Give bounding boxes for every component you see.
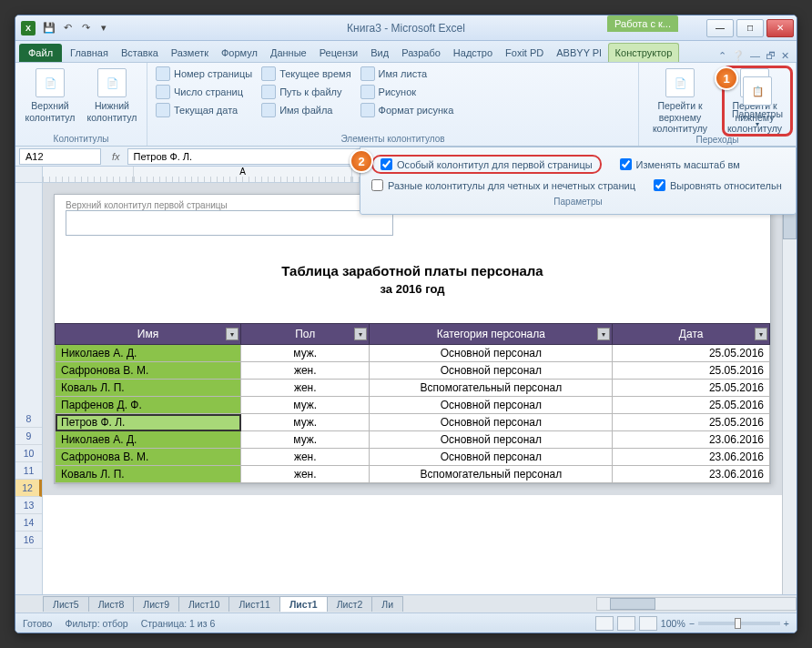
cell-category[interactable]: Вспомогательный персонал <box>370 380 613 397</box>
column-header[interactable]: Категория персонала▾ <box>370 324 613 345</box>
file-name-button[interactable]: Имя файла <box>259 102 353 118</box>
cell-sex[interactable]: муж. <box>241 397 370 414</box>
sheet-tab[interactable]: Лист5 <box>43 596 89 612</box>
cell-sex[interactable]: жен. <box>241 380 370 397</box>
workbook-close-icon[interactable]: ✕ <box>781 50 789 62</box>
filter-button-icon[interactable]: ▾ <box>226 328 239 340</box>
row-number[interactable]: 11 <box>15 462 42 480</box>
row-number[interactable]: 14 <box>15 514 42 532</box>
col-header-a[interactable]: A <box>134 167 352 182</box>
filter-button-icon[interactable]: ▾ <box>354 328 367 340</box>
filter-button-icon[interactable]: ▾ <box>755 328 767 340</box>
sheet-name-button[interactable]: Имя листа <box>358 66 457 82</box>
first-page-checkbox[interactable] <box>381 158 392 170</box>
zoom-thumb[interactable] <box>735 618 741 629</box>
table-row[interactable]: Коваль Л. П.жен.Вспомогательный персонал… <box>56 466 770 483</box>
cell-name[interactable]: Коваль Л. П. <box>56 380 241 397</box>
cell-name[interactable]: Парфенов Д. Ф. <box>56 397 241 414</box>
column-header[interactable]: Пол▾ <box>241 324 370 345</box>
cell-name[interactable]: Сафронова В. М. <box>56 362 241 380</box>
cell-date[interactable]: 23.06.2016 <box>613 431 770 449</box>
current-date-button[interactable]: Текущая дата <box>153 102 255 118</box>
sheet-tab[interactable]: Лист9 <box>133 596 179 612</box>
sheet-tab[interactable]: Лист8 <box>88 596 135 612</box>
tab-data[interactable]: Данные <box>264 44 313 62</box>
cell-category[interactable]: Основной персонал <box>370 345 613 362</box>
workbook-minimize-icon[interactable]: — <box>750 50 760 62</box>
cell-category[interactable]: Основной персонал <box>370 449 613 466</box>
hscroll-thumb[interactable] <box>610 598 655 610</box>
tab-review[interactable]: Рецензи <box>313 44 365 62</box>
option-first-page-header[interactable]: Особый колонтитул для первой страницы <box>371 155 602 174</box>
horizontal-scrollbar[interactable] <box>596 597 797 611</box>
cell-sex[interactable]: муж. <box>241 345 370 362</box>
scale-checkbox[interactable] <box>620 158 632 170</box>
cell-sex[interactable]: жен. <box>241 466 370 483</box>
cell-sex[interactable]: муж. <box>241 431 370 449</box>
cell-name[interactable]: Коваль Л. П. <box>56 466 241 483</box>
close-button[interactable]: ✕ <box>766 19 794 37</box>
cell-name[interactable]: Николаев А. Д. <box>56 431 241 449</box>
odd-even-checkbox[interactable] <box>371 179 383 191</box>
table-row[interactable]: Сафронова В. М.жен.Основной персонал23.0… <box>56 449 770 466</box>
filter-button-icon[interactable]: ▾ <box>597 328 610 340</box>
sheet-tab[interactable]: Ли <box>371 596 403 612</box>
row-number[interactable]: 8 <box>15 410 42 428</box>
cell-category[interactable]: Вспомогательный персонал <box>370 466 613 483</box>
header-button[interactable]: 📄 Верхний колонтитул <box>21 66 79 134</box>
view-pagebreak-button[interactable] <box>639 616 657 631</box>
cell-name[interactable]: Николаев А. Д. <box>56 345 241 362</box>
row-number[interactable]: 16 <box>15 532 42 549</box>
cell-sex[interactable]: жен. <box>241 362 370 380</box>
cell-category[interactable]: Основной персонал <box>370 431 613 449</box>
option-odd-even-headers[interactable]: Разные колонтитулы для четных и нечетных… <box>371 179 635 191</box>
maximize-button[interactable]: □ <box>736 19 764 37</box>
header-edit-box[interactable] <box>66 210 393 236</box>
cell-category[interactable]: Основной персонал <box>370 414 613 431</box>
option-scale-with-doc[interactable]: Изменять масштаб вм <box>620 155 740 174</box>
format-picture-button[interactable]: Формат рисунка <box>358 102 457 118</box>
vertical-scrollbar[interactable] <box>782 167 797 594</box>
tab-abbyy[interactable]: ABBYY Pl <box>550 44 607 62</box>
cell-date[interactable]: 25.05.2016 <box>613 362 770 380</box>
file-path-button[interactable]: Путь к файлу <box>259 84 353 100</box>
tab-file[interactable]: Файл <box>19 44 62 62</box>
sheet-tab[interactable]: Лист11 <box>228 596 280 612</box>
cell-date[interactable]: 25.05.2016 <box>613 345 770 362</box>
qat-dropdown-icon[interactable]: ▾ <box>96 20 112 36</box>
table-row[interactable]: Сафронова В. М.жен.Основной персонал25.0… <box>56 362 770 380</box>
cell-category[interactable]: Основной персонал <box>370 397 613 414</box>
table-row[interactable]: Коваль Л. П.жен.Вспомогательный персонал… <box>56 380 770 397</box>
align-checkbox[interactable] <box>654 179 665 191</box>
cell-date[interactable]: 23.06.2016 <box>613 466 770 483</box>
row-number[interactable]: 9 <box>15 428 42 445</box>
tab-insert[interactable]: Вставка <box>115 44 165 62</box>
zoom-in-button[interactable]: + <box>784 618 789 629</box>
column-header[interactable]: Имя▾ <box>56 324 241 345</box>
page-count-button[interactable]: Число страниц <box>153 84 255 100</box>
zoom-slider[interactable] <box>698 622 780 625</box>
cell-category[interactable]: Основной персонал <box>370 362 613 380</box>
row-number[interactable]: 10 <box>15 445 42 462</box>
cell-name[interactable]: Сафронова В. М. <box>56 449 241 466</box>
sheet-tab[interactable]: Лист2 <box>327 596 373 612</box>
ribbon-minimize-icon[interactable]: ⌃ <box>718 50 726 62</box>
help-icon[interactable]: ❔ <box>732 50 745 62</box>
tab-addins[interactable]: Надстро <box>447 44 499 62</box>
qat-save-icon[interactable]: 💾 <box>41 20 57 36</box>
cell-date[interactable]: 25.05.2016 <box>613 397 770 414</box>
cell-date[interactable]: 25.05.2016 <box>613 414 770 431</box>
current-time-button[interactable]: Текущее время <box>259 66 353 82</box>
page-number-button[interactable]: Номер страницы <box>153 66 255 82</box>
workbook-restore-icon[interactable]: 🗗 <box>766 50 776 62</box>
table-row[interactable]: Петров Ф. Л.муж.Основной персонал25.05.2… <box>56 414 770 431</box>
qat-redo-icon[interactable]: ↷ <box>77 20 94 36</box>
tab-view[interactable]: Вид <box>364 44 395 62</box>
sheet-body[interactable]: A Верхний колонтитул первой страницы Таб… <box>43 167 782 594</box>
tab-design-context[interactable]: Конструктор <box>608 43 680 62</box>
zoom-out-button[interactable]: − <box>689 618 695 629</box>
minimize-button[interactable]: — <box>706 19 734 37</box>
row-number[interactable]: 12 <box>15 480 42 497</box>
tab-layout[interactable]: Разметк <box>165 44 215 62</box>
cell-name[interactable]: Петров Ф. Л. <box>56 414 241 431</box>
